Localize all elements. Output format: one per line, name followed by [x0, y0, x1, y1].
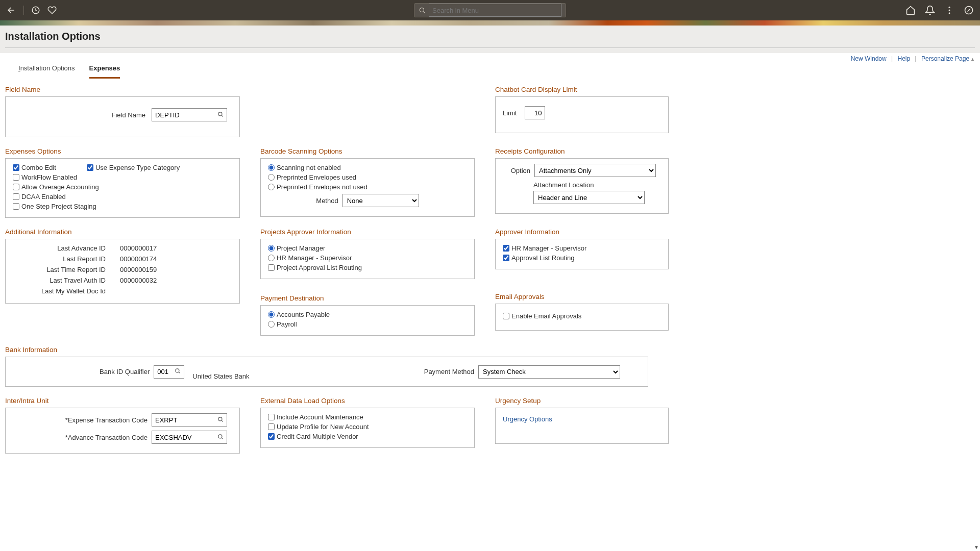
- svg-point-10: [218, 434, 222, 438]
- external-data-section: External Data Load Options: [260, 397, 475, 405]
- personalize-link[interactable]: Personalize Page: [921, 55, 969, 62]
- urgency-section: Urgency Setup: [495, 397, 669, 405]
- new-window-link[interactable]: New Window: [851, 55, 887, 62]
- email-approvals-section: Email Approvals: [495, 293, 669, 300]
- overage-label: Allow Overage Accounting: [21, 183, 99, 191]
- barcode-opt2-radio[interactable]: [268, 174, 275, 181]
- barcode-opt3-radio[interactable]: [268, 184, 275, 190]
- last-time-label: Last Time Report ID: [13, 266, 120, 273]
- method-select[interactable]: None: [342, 194, 419, 207]
- onestep-checkbox[interactable]: [13, 203, 19, 210]
- topbar-search: [414, 3, 566, 17]
- proj-opt2-radio[interactable]: [268, 255, 275, 261]
- paydest-opt1-radio[interactable]: [268, 311, 275, 318]
- last-wallet-label: Last My Wallet Doc Id: [13, 287, 120, 295]
- attachment-location-select[interactable]: Header and Line: [533, 191, 645, 204]
- svg-point-9: [218, 417, 222, 420]
- ext-chk2-checkbox[interactable]: [268, 423, 275, 430]
- last-time-value: 0000000159: [120, 266, 157, 273]
- enable-email-checkbox[interactable]: [503, 313, 509, 319]
- barcode-opt1-radio[interactable]: [268, 164, 275, 171]
- last-travel-label: Last Travel Auth ID: [13, 277, 120, 284]
- proj-opt3-checkbox[interactable]: [268, 264, 275, 271]
- lookup-icon[interactable]: [217, 416, 224, 424]
- hr-manager-checkbox[interactable]: [503, 245, 509, 252]
- help-link[interactable]: Help: [898, 55, 911, 62]
- svg-point-7: [218, 112, 222, 115]
- divider: [23, 6, 24, 15]
- barcode-opt2-label: Preprinted Envelopes used: [277, 173, 356, 181]
- bank-qualifier-label: Bank ID Qualifier: [100, 368, 150, 375]
- bank-name-value: United States Bank: [192, 372, 249, 380]
- overage-checkbox[interactable]: [13, 184, 19, 190]
- topbar-right: [905, 5, 974, 15]
- chatbot-section: Chatbot Card Display Limit: [495, 86, 669, 93]
- proj-opt2-label: HR Manager - Supervisor: [277, 254, 352, 262]
- combo-edit-checkbox[interactable]: [13, 164, 19, 171]
- proj-opt3-label: Project Approval List Routing: [277, 264, 362, 271]
- scroll-down-icon[interactable]: ▼: [974, 544, 979, 550]
- use-expense-type-checkbox[interactable]: [87, 164, 93, 171]
- svg-point-2: [949, 7, 950, 8]
- combo-edit-label: Combo Edit: [21, 164, 56, 171]
- limit-label: Limit: [503, 109, 517, 117]
- paydest-opt2-radio[interactable]: [268, 321, 275, 328]
- hr-manager-label: HR Manager - Supervisor: [511, 244, 586, 252]
- tab-installation-options[interactable]: Installation Options: [18, 59, 75, 79]
- use-expense-type-label: Use Expense Type Category: [95, 164, 180, 171]
- onestep-label: One Step Project Staging: [21, 203, 96, 210]
- navigator-icon[interactable]: [964, 5, 974, 15]
- last-report-value: 0000000174: [120, 255, 157, 263]
- bank-info-section: Bank Information: [5, 346, 648, 354]
- field-name-section: Field Name: [5, 86, 240, 93]
- workflow-label: WorkFlow Enabled: [21, 173, 77, 181]
- limit-input[interactable]: [525, 106, 545, 119]
- projects-approver-section: Projects Approver Information: [260, 228, 475, 236]
- search-box[interactable]: [414, 3, 566, 17]
- page-title: Installation Options: [5, 31, 975, 42]
- topbar-left: [6, 5, 57, 15]
- urgency-options-link[interactable]: Urgency Options: [503, 415, 552, 423]
- barcode-section: Barcode Scanning Options: [260, 147, 475, 155]
- page-header: Installation Options: [0, 26, 980, 53]
- workflow-checkbox[interactable]: [13, 174, 19, 181]
- expense-code-input[interactable]: [152, 413, 227, 427]
- search-icon: [419, 7, 426, 14]
- ext-chk1-checkbox[interactable]: [268, 414, 275, 420]
- paydest-opt1-label: Accounts Payable: [277, 311, 330, 318]
- paydest-opt2-label: Payroll: [277, 320, 297, 328]
- svg-point-8: [176, 369, 179, 372]
- inter-intra-section: Inter/Intra Unit: [5, 397, 240, 405]
- payment-method-label: Payment Method: [424, 368, 474, 375]
- tab-expenses[interactable]: Expenses: [89, 59, 120, 79]
- payment-method-select[interactable]: System Check: [478, 365, 620, 379]
- ext-chk2-label: Update Profile for New Account: [277, 423, 369, 431]
- svg-point-4: [949, 12, 950, 14]
- notifications-icon[interactable]: [925, 5, 935, 15]
- ext-chk3-checkbox[interactable]: [268, 433, 275, 440]
- lookup-icon[interactable]: [217, 111, 224, 119]
- approval-list-label: Approval List Routing: [511, 254, 575, 262]
- approval-list-checkbox[interactable]: [503, 255, 509, 261]
- home-icon[interactable]: [905, 5, 916, 15]
- ext-chk1-label: Include Account Maintenance: [277, 413, 363, 421]
- favorite-icon[interactable]: [47, 6, 57, 15]
- field-name-label: Field Name: [112, 111, 145, 119]
- advance-code-label: *Advance Transaction Code: [65, 434, 148, 441]
- actions-icon[interactable]: [944, 5, 954, 15]
- advance-code-input[interactable]: [152, 431, 227, 444]
- search-input[interactable]: [429, 4, 561, 17]
- dcaa-label: DCAA Enabled: [21, 193, 66, 201]
- receipts-section: Receipts Configuration: [495, 147, 669, 155]
- svg-point-1: [420, 8, 424, 12]
- proj-opt1-radio[interactable]: [268, 245, 275, 252]
- receipts-option-select[interactable]: Attachments Only: [534, 164, 656, 177]
- dcaa-checkbox[interactable]: [13, 193, 19, 200]
- field-name-input[interactable]: [152, 108, 227, 121]
- receipts-option-label: Option: [503, 167, 530, 174]
- lookup-icon[interactable]: [174, 367, 181, 376]
- svg-point-3: [949, 10, 950, 11]
- back-icon[interactable]: [6, 5, 16, 15]
- recent-icon[interactable]: [31, 6, 40, 15]
- lookup-icon[interactable]: [217, 433, 224, 442]
